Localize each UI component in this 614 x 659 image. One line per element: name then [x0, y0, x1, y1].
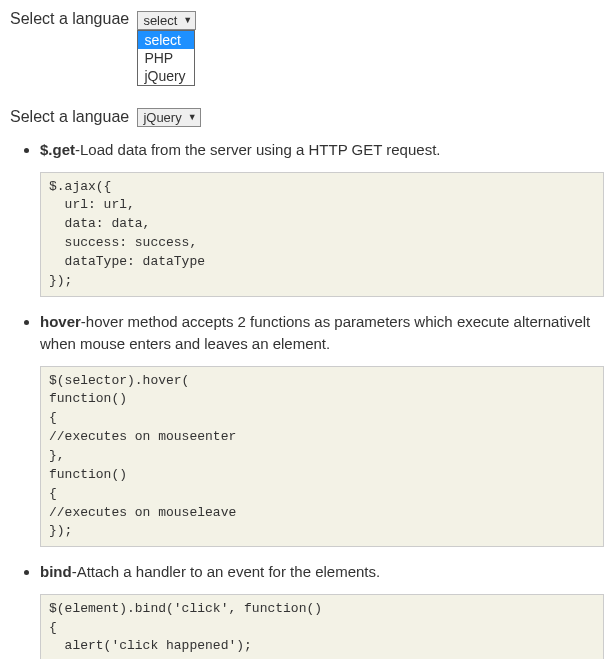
code-block: $(selector).hover( function() { //execut… — [40, 366, 604, 548]
code-block: $(element).bind('click', function() { al… — [40, 594, 604, 659]
topic-item: bind-Attach a handler to an event for th… — [40, 561, 604, 659]
chevron-down-icon: ▼ — [188, 113, 197, 122]
topic-desc: -Load data from the server using a HTTP … — [75, 141, 440, 158]
topic-term: bind — [40, 563, 72, 580]
chevron-down-icon: ▼ — [183, 16, 192, 25]
topic-item: hover-hover method accepts 2 functions a… — [40, 311, 604, 548]
topic-term: hover — [40, 313, 81, 330]
language-option-jquery[interactable]: jQuery — [138, 67, 194, 85]
language-option-php[interactable]: PHP — [138, 49, 194, 67]
code-block: $.ajax({ url: url, data: data, success: … — [40, 172, 604, 297]
topics-list: $.get-Load data from the server using a … — [10, 139, 604, 659]
language-selector-2-face[interactable]: jQuery ▼ — [137, 108, 200, 127]
language-selector-1-value: select — [143, 13, 177, 28]
topic-desc: -Attach a handler to an event for the el… — [72, 563, 381, 580]
topic-item: $.get-Load data from the server using a … — [40, 139, 604, 297]
language-selector-1-row: Select a languae select ▼ select PHP jQu… — [10, 10, 604, 30]
language-selector-1-label: Select a languae — [10, 10, 129, 27]
language-selector-2-value: jQuery — [143, 110, 181, 125]
language-selector-2[interactable]: jQuery ▼ — [137, 108, 200, 127]
language-option-select[interactable]: select — [138, 31, 194, 49]
topic-desc: -hover method accepts 2 functions as par… — [40, 313, 590, 353]
language-selector-1-options: select PHP jQuery — [137, 30, 195, 86]
language-selector-1[interactable]: select ▼ select PHP jQuery — [137, 11, 196, 30]
language-selector-2-row: Select a languae jQuery ▼ — [10, 108, 604, 128]
language-selector-2-label: Select a languae — [10, 108, 129, 125]
language-selector-1-face[interactable]: select ▼ — [137, 11, 196, 30]
topic-term: $.get — [40, 141, 75, 158]
